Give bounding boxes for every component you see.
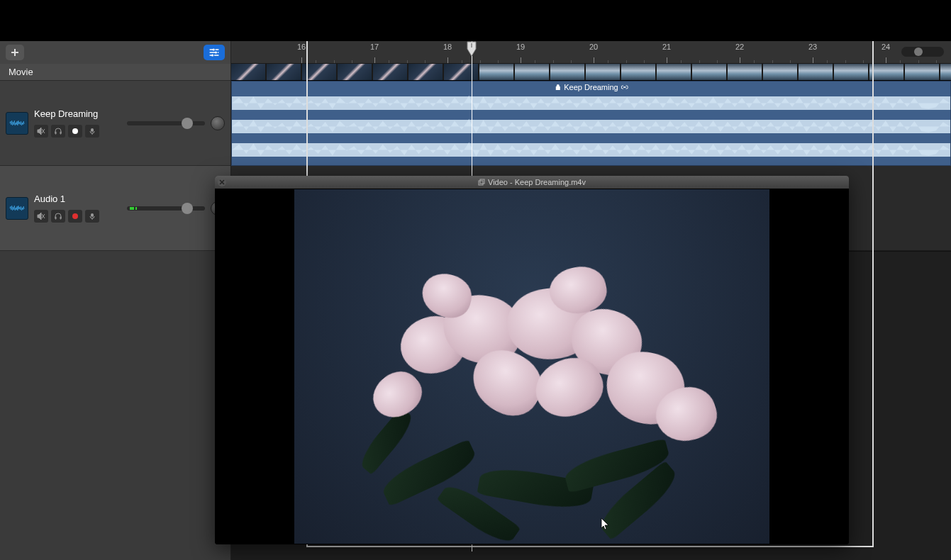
slider-thumb[interactable] xyxy=(182,203,193,214)
svg-rect-6 xyxy=(479,181,483,185)
video-thumbnail[interactable] xyxy=(905,64,939,81)
video-preview-window[interactable]: Video - Keep Dreaming.m4v xyxy=(215,176,849,544)
video-thumbnail[interactable] xyxy=(444,64,478,81)
track-header-audio-1[interactable]: Audio 1 xyxy=(0,166,230,251)
monitor-button[interactable] xyxy=(51,125,65,138)
ruler-bar-mark: 20 xyxy=(589,41,598,63)
ruler-bar-number: 24 xyxy=(882,43,890,51)
ruler-bar-mark: 21 xyxy=(662,41,671,63)
headphones-icon xyxy=(54,213,62,220)
video-thumbnail[interactable] xyxy=(586,64,620,81)
ruler-bar-number: 19 xyxy=(516,43,525,51)
mute-icon xyxy=(37,213,45,220)
movie-row[interactable]: Movie xyxy=(0,64,230,81)
top-black-bar xyxy=(0,0,951,41)
track-filter-button[interactable] xyxy=(204,45,225,60)
video-thumbnail[interactable] xyxy=(692,64,726,81)
slider-thumb[interactable] xyxy=(914,47,923,56)
video-thumbnail[interactable] xyxy=(408,64,443,81)
track-toolbar xyxy=(0,41,230,64)
link-icon xyxy=(621,84,628,91)
clip-name: Keep Dreaming xyxy=(564,83,618,91)
svg-rect-7 xyxy=(480,179,484,184)
video-thumbnail[interactable] xyxy=(621,64,655,81)
volume-slider[interactable] xyxy=(127,206,205,211)
svg-point-1 xyxy=(215,51,217,53)
ruler-bar-number: 20 xyxy=(589,43,598,51)
audio-clip-keep-dreaming[interactable]: Keep Dreaming xyxy=(231,81,951,166)
ruler-bar-mark: 16 xyxy=(297,41,306,63)
track-type-icon xyxy=(6,197,28,220)
svg-point-0 xyxy=(213,48,215,50)
mute-button[interactable] xyxy=(34,210,48,223)
ruler-bar-number: 23 xyxy=(808,43,817,51)
video-thumbnail[interactable] xyxy=(479,64,513,81)
zoom-slider[interactable] xyxy=(901,47,944,57)
ruler-bar-mark: 24 xyxy=(882,41,890,63)
video-thumbnail[interactable] xyxy=(231,64,265,81)
track-header-keep-dreaming[interactable]: Keep Dreaming xyxy=(0,81,230,166)
video-frame xyxy=(294,189,769,544)
ruler-bar-number: 22 xyxy=(735,43,744,51)
waveform-icon xyxy=(9,203,25,213)
video-thumbnail[interactable] xyxy=(373,64,407,81)
pan-knob[interactable] xyxy=(211,116,225,130)
record-dot-icon xyxy=(72,213,78,219)
video-window-titlebar[interactable]: Video - Keep Dreaming.m4v xyxy=(215,176,849,189)
video-thumbnail[interactable] xyxy=(657,64,691,81)
close-button[interactable] xyxy=(218,178,226,186)
ruler-bar-mark: 22 xyxy=(735,41,744,63)
ruler-bar-mark: 17 xyxy=(370,41,379,63)
video-thumbnail[interactable] xyxy=(515,64,549,81)
mute-button[interactable] xyxy=(34,125,48,138)
video-thumbnail[interactable] xyxy=(728,64,762,81)
lock-icon xyxy=(554,84,561,91)
input-monitor-button[interactable] xyxy=(85,125,99,138)
volume-slider[interactable] xyxy=(127,121,205,125)
ruler-bar-mark: 23 xyxy=(808,41,817,63)
movie-label: Movie xyxy=(9,67,33,77)
ruler-bar-mark: 18 xyxy=(443,41,452,63)
video-thumbnail[interactable] xyxy=(869,64,903,81)
plus-icon xyxy=(11,48,19,57)
record-enable-button[interactable] xyxy=(68,210,82,223)
clip-header: Keep Dreaming xyxy=(554,83,628,91)
record-dot-icon xyxy=(72,128,78,134)
microphone-icon xyxy=(89,213,96,220)
track-header-panel: Movie Keep Dreaming xyxy=(0,41,231,560)
waveform-icon xyxy=(9,118,25,128)
ruler-bar-number: 16 xyxy=(297,43,306,51)
svg-point-2 xyxy=(211,54,213,56)
microphone-icon xyxy=(89,128,96,135)
timeline-ruler[interactable]: 161718192021222324 xyxy=(231,41,951,64)
video-thumbnail[interactable] xyxy=(267,64,301,81)
ruler-bar-mark: 19 xyxy=(516,41,525,63)
video-thumbnail[interactable] xyxy=(302,64,336,81)
headphones-icon xyxy=(54,128,62,135)
track-name: Keep Dreaming xyxy=(34,108,105,119)
svg-rect-3 xyxy=(91,128,94,132)
track-name: Audio 1 xyxy=(34,194,105,204)
mute-icon xyxy=(37,128,45,135)
video-thumbnail-strip[interactable] xyxy=(231,64,951,81)
ruler-bar-number: 21 xyxy=(662,43,671,51)
video-thumbnail[interactable] xyxy=(763,64,797,81)
ruler-bar-number: 17 xyxy=(370,43,379,51)
video-thumbnail[interactable] xyxy=(338,64,372,81)
video-thumbnail[interactable] xyxy=(550,64,584,81)
slider-thumb[interactable] xyxy=(182,118,193,129)
filter-icon xyxy=(208,47,220,57)
video-thumbnail[interactable] xyxy=(799,64,833,81)
add-track-button[interactable] xyxy=(6,45,24,60)
video-content xyxy=(215,189,849,544)
close-icon xyxy=(219,179,225,185)
record-enable-button[interactable] xyxy=(68,125,82,138)
popout-icon xyxy=(478,179,485,186)
monitor-button[interactable] xyxy=(51,210,65,223)
waveform-display xyxy=(232,91,950,162)
video-window-title: Video - Keep Dreaming.m4v xyxy=(488,178,586,186)
video-thumbnail[interactable] xyxy=(834,64,868,81)
track-type-icon xyxy=(6,112,28,135)
video-thumbnail[interactable] xyxy=(940,64,951,81)
input-monitor-button[interactable] xyxy=(85,210,99,223)
